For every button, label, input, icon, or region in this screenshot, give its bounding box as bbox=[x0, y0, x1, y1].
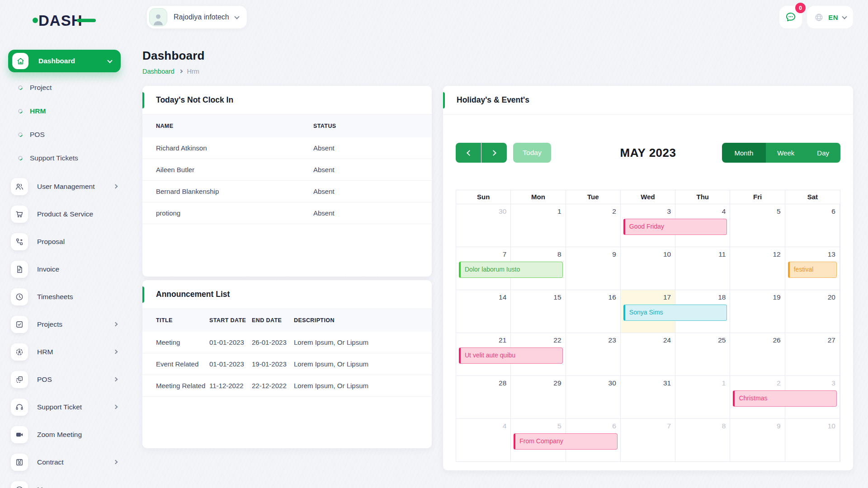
table-row: Bernard Blankenship Absent bbox=[142, 181, 432, 202]
announcement-card: Announcement List TITLE START DATE END D… bbox=[142, 280, 432, 448]
day-cell[interactable]: 30 bbox=[566, 376, 621, 418]
proposal-icon bbox=[11, 233, 28, 250]
sidebar-item-user-management[interactable]: User Management bbox=[0, 173, 129, 200]
sidebar-item-product-service[interactable]: Product & Service bbox=[0, 200, 129, 228]
company-selector[interactable]: Rajodiya infotech bbox=[147, 6, 247, 28]
day-cell[interactable]: 23 bbox=[566, 333, 621, 375]
day-cell[interactable]: 28 bbox=[456, 376, 511, 418]
sidebar-item-label: Dashboard bbox=[38, 57, 75, 65]
sidebar-item-contract[interactable]: Contract bbox=[0, 448, 129, 476]
chevron-down-icon bbox=[234, 14, 239, 19]
sidebar-subitem-support-tickets[interactable]: Support Tickets bbox=[0, 146, 129, 170]
day-cell[interactable]: 19 bbox=[730, 290, 785, 333]
sidebar-item-support-ticket[interactable]: Support Ticket bbox=[0, 393, 129, 421]
view-day-button[interactable]: Day bbox=[806, 143, 840, 163]
calendar-event[interactable]: festival bbox=[788, 262, 837, 278]
dow-label: Wed bbox=[621, 190, 675, 204]
day-cell[interactable]: 2 bbox=[566, 204, 621, 247]
sidebar-item-invoice[interactable]: Invoice bbox=[0, 255, 129, 283]
employee-name: protiong bbox=[156, 209, 313, 217]
sidebar-item-hrm[interactable]: HRM bbox=[0, 338, 129, 366]
chevron-right-icon bbox=[113, 460, 118, 465]
language-code: EN bbox=[828, 14, 838, 21]
navitem-label: Product & Service bbox=[37, 210, 93, 218]
messages-badge: 0 bbox=[795, 3, 806, 13]
breadcrumb-separator-icon bbox=[179, 70, 183, 73]
day-cell[interactable]: 7 bbox=[621, 419, 675, 461]
card-title: Announcement List bbox=[156, 290, 230, 299]
column-header-start: START DATE bbox=[209, 317, 252, 324]
sidebar-subitem-hrm[interactable]: HRM bbox=[0, 99, 129, 123]
sidebar-subitem-project[interactable]: Project bbox=[0, 76, 129, 99]
sidebar-item-proposal[interactable]: Proposal bbox=[0, 228, 129, 255]
table-row: protiong Absent bbox=[142, 202, 432, 224]
calendar-event[interactable]: Christmas bbox=[733, 390, 837, 407]
sidebar: DASH Dashboard Project HRM bbox=[0, 0, 129, 488]
column-header-description: DESCRIPTION bbox=[294, 317, 432, 324]
day-cell[interactable]: 9 bbox=[566, 247, 621, 290]
day-cell[interactable]: 10 bbox=[621, 247, 675, 290]
sidebar-subitem-pos[interactable]: POS bbox=[0, 123, 129, 146]
day-cell[interactable]: 1 bbox=[511, 204, 566, 247]
bullet-icon bbox=[17, 84, 24, 91]
sidebar-item-dashboard[interactable]: Dashboard bbox=[8, 50, 121, 72]
day-cell[interactable]: 25 bbox=[675, 333, 730, 375]
day-cell[interactable]: 29 bbox=[511, 376, 566, 418]
bullet-icon bbox=[17, 131, 24, 138]
breadcrumb-root-link[interactable]: Dashboard bbox=[142, 68, 175, 75]
day-cell[interactable]: 31 bbox=[621, 376, 675, 418]
table-row: Event Related 01-01-2023 19-01-2023 Lore… bbox=[142, 353, 432, 375]
chevron-right-icon bbox=[113, 184, 118, 189]
day-cell[interactable]: 30 bbox=[456, 204, 511, 247]
start-date: 11-12-2022 bbox=[209, 382, 252, 389]
calendar-event[interactable]: Sonya Sims bbox=[623, 305, 727, 321]
calendar-event[interactable]: Good Friday bbox=[623, 219, 727, 235]
dash-logo-icon: DASH bbox=[32, 12, 99, 29]
navitem-label: Proposal bbox=[37, 238, 65, 246]
day-cell[interactable]: 11 bbox=[675, 247, 730, 290]
card-title: Today's Not Clock In bbox=[156, 95, 233, 105]
day-cell[interactable]: 8 bbox=[675, 419, 730, 461]
day-cell[interactable]: 27 bbox=[785, 333, 840, 375]
end-date: 22-12-2022 bbox=[252, 382, 294, 389]
page-head: Dashboard Dashboard Hrm bbox=[142, 49, 205, 75]
company-avatar bbox=[149, 8, 167, 26]
calendar-week-row: 14 15 16 17 18 19 20 Sonya Sims bbox=[456, 290, 840, 333]
day-cell[interactable]: 6 bbox=[785, 204, 840, 247]
sidebar-item-messenger[interactable]: Messenger bbox=[0, 476, 129, 488]
view-month-button[interactable]: Month bbox=[722, 143, 766, 163]
brand-logo[interactable]: DASH bbox=[32, 12, 129, 29]
calendar-view-switcher: Month Week Day bbox=[722, 143, 840, 163]
day-cell[interactable]: 9 bbox=[730, 419, 785, 461]
day-cell[interactable]: 15 bbox=[511, 290, 566, 333]
day-cell[interactable]: 12 bbox=[730, 247, 785, 290]
calendar-week-row: 7 8 9 10 11 12 13 Dolor laborum Iusto fe… bbox=[456, 247, 840, 290]
view-week-button[interactable]: Week bbox=[766, 143, 806, 163]
sidebar-item-pos[interactable]: POS bbox=[0, 366, 129, 393]
invoice-icon bbox=[11, 261, 28, 278]
day-cell[interactable]: 26 bbox=[730, 333, 785, 375]
day-cell[interactable]: 20 bbox=[785, 290, 840, 333]
employee-name: Richard Atkinson bbox=[156, 144, 313, 152]
sidebar-item-projects[interactable]: Projects bbox=[0, 310, 129, 338]
day-cell[interactable]: 1 bbox=[675, 376, 730, 418]
day-cell[interactable]: 16 bbox=[566, 290, 621, 333]
clock-icon bbox=[11, 288, 28, 305]
chevron-right-icon bbox=[113, 405, 118, 409]
sidebar-item-timesheets[interactable]: Timesheets bbox=[0, 283, 129, 310]
language-selector[interactable]: EN bbox=[807, 6, 853, 28]
calendar-card: Holiday's & Event's Today MAY 2023 Month… bbox=[443, 86, 853, 470]
messages-button[interactable]: 0 bbox=[779, 6, 802, 28]
day-cell[interactable]: 14 bbox=[456, 290, 511, 333]
column-header-title: TITLE bbox=[156, 317, 209, 324]
day-cell[interactable]: 4 bbox=[456, 419, 511, 461]
calendar-event[interactable]: Ut velit aute quibu bbox=[459, 347, 563, 364]
day-cell[interactable]: 5 bbox=[730, 204, 785, 247]
subitem-label: Project bbox=[30, 84, 52, 92]
day-cell[interactable]: 24 bbox=[621, 333, 675, 375]
calendar-event[interactable]: Dolor laborum Iusto bbox=[459, 262, 563, 278]
home-icon bbox=[12, 53, 28, 69]
calendar-event[interactable]: From Company bbox=[514, 433, 618, 450]
day-cell[interactable]: 10 bbox=[785, 419, 840, 461]
sidebar-item-zoom-meeting[interactable]: Zoom Meeting bbox=[0, 421, 129, 448]
